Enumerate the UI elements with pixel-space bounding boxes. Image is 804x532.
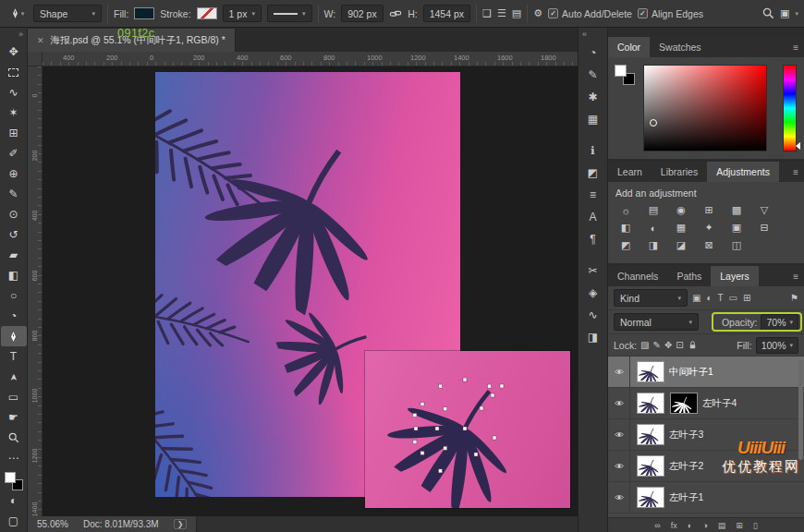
panel-properties-icon[interactable]: ◩ <box>581 162 605 184</box>
new-adjustment-icon[interactable]: ◑ <box>702 521 707 530</box>
panel-info-icon[interactable]: ℹ <box>581 139 605 162</box>
panel-symmetry-icon[interactable]: ✱ <box>581 86 605 108</box>
layer-style-fx-button[interactable]: fx <box>671 521 677 530</box>
adjustment-exposure-icon[interactable]: ⊞ <box>699 203 719 217</box>
tool-marquee[interactable] <box>1 62 27 82</box>
tab-layers[interactable]: Layers <box>711 266 759 286</box>
adjustment-hue-icon[interactable]: ▽ <box>754 203 774 217</box>
kind-filter-select[interactable]: Kind ▾ <box>614 289 688 307</box>
layer-thumbnail[interactable] <box>637 487 664 508</box>
tab-swatches[interactable]: Swatches <box>650 37 711 57</box>
tool-move[interactable]: ✥ <box>1 42 27 62</box>
fg-bg-color-widget[interactable] <box>615 65 635 85</box>
path-arrangement-icon[interactable]: ▤ <box>512 7 521 19</box>
layer-thumbnail[interactable] <box>637 393 664 414</box>
adjustment-color-lookup-icon[interactable]: ▣ <box>726 221 747 235</box>
adjustment-invert-icon[interactable]: ⊟ <box>754 221 774 235</box>
tool-blur[interactable]: ○ <box>1 285 27 306</box>
screen-mode-button[interactable]: ▢ <box>1 511 27 531</box>
panel-menu-icon[interactable]: ≡ <box>793 37 804 57</box>
filter-type-icon[interactable]: T <box>717 293 725 303</box>
delete-layer-icon[interactable]: ▯ <box>753 521 758 530</box>
panel-libraries-icon[interactable]: ∿ <box>581 304 605 326</box>
visibility-toggle[interactable] <box>608 388 630 418</box>
edit-toolbar-button[interactable]: ⋯ <box>1 448 27 468</box>
panel-comments-icon[interactable]: ◨ <box>581 326 605 348</box>
pasteboard[interactable] <box>43 66 578 516</box>
adjustment-black-white-icon[interactable]: ◐ <box>643 221 664 235</box>
hue-slider[interactable] <box>783 65 797 151</box>
new-layer-icon[interactable]: ⊞ <box>736 521 743 530</box>
tool-clone-stamp[interactable]: ⊙ <box>1 204 27 224</box>
stroke-type-select[interactable]: ▾ <box>267 5 312 22</box>
tool-path-select[interactable]: ➤ <box>1 367 27 387</box>
adjustment-color-balance-icon[interactable]: ◧ <box>615 221 636 235</box>
foreground-background-swatches[interactable] <box>5 472 23 490</box>
layer-row[interactable]: 左叶子4 <box>608 388 804 419</box>
expand-panels-icon[interactable]: « <box>579 30 587 42</box>
tab-libraries[interactable]: Libraries <box>652 162 707 182</box>
tool-brush[interactable]: ✎ <box>1 184 27 204</box>
adjustment-levels-icon[interactable]: ▤ <box>643 203 664 217</box>
align-edges-option[interactable]: ✓ Align Edges <box>638 8 703 19</box>
tool-eyedropper[interactable]: ✐ <box>1 143 27 163</box>
filter-shape-icon[interactable]: ▭ <box>728 293 738 303</box>
panel-character-icon[interactable]: A <box>581 206 605 228</box>
visibility-toggle[interactable] <box>608 482 630 513</box>
tool-crop[interactable]: ⊞ <box>1 123 27 143</box>
panel-history-icon[interactable]: ◔ <box>581 42 605 64</box>
tab-adjustments[interactable]: Adjustments <box>707 162 779 182</box>
tool-pen-active[interactable] <box>1 326 27 346</box>
tab-learn[interactable]: Learn <box>608 162 652 182</box>
active-tool-badge[interactable]: ▾ <box>6 4 28 24</box>
fill-input[interactable]: 100% ▾ <box>756 337 798 354</box>
layer-thumbnail[interactable] <box>637 424 664 445</box>
panel-actions-icon[interactable]: ≡ <box>581 184 605 206</box>
adjustment-brightness-icon[interactable]: ☼ <box>615 203 636 217</box>
adjustment-extra-icon[interactable]: ◫ <box>726 238 747 252</box>
close-tab-icon[interactable]: ✕ <box>37 36 44 45</box>
filter-pixel-icon[interactable]: ▣ <box>691 293 701 303</box>
collapse-toolbox-icon[interactable]: » <box>18 30 27 42</box>
tool-lasso[interactable]: ∿ <box>1 82 27 103</box>
lock-position-icon[interactable]: ✥ <box>664 340 672 350</box>
tool-mode-select[interactable]: Shape ▾ <box>33 5 102 22</box>
panel-paragraph-icon[interactable]: ¶ <box>581 228 605 250</box>
tool-eraser[interactable]: ▰ <box>1 245 27 265</box>
panel-brush-settings-icon[interactable]: ✎ <box>581 64 605 86</box>
panel-menu-icon[interactable]: ≡ <box>793 266 804 286</box>
adjustment-channel-mixer-icon[interactable]: ✦ <box>699 221 719 235</box>
panel-menu-icon[interactable]: ≡ <box>793 162 804 182</box>
opacity-input[interactable]: 70% ▾ <box>761 314 798 331</box>
lock-artboard-icon[interactable]: ⊡ <box>676 340 683 350</box>
visibility-toggle[interactable] <box>608 451 630 481</box>
layers-scrollbar[interactable] <box>798 360 803 460</box>
layer-thumbnail[interactable] <box>637 455 664 477</box>
layer-thumbnail[interactable] <box>637 361 664 382</box>
tool-hand[interactable]: ☛ <box>1 407 27 428</box>
filter-toggle-flag-icon[interactable]: ⚑ <box>790 293 798 303</box>
adjustment-gradient-map-icon[interactable]: ◪ <box>671 238 691 252</box>
gear-icon[interactable]: ⚙ <box>533 7 542 19</box>
tab-color[interactable]: Color <box>608 37 650 57</box>
tool-type[interactable]: T <box>1 346 27 367</box>
adjustment-posterize-icon[interactable]: ◩ <box>615 238 636 252</box>
path-operations-icon[interactable]: ❑ <box>482 7 492 19</box>
tool-shape[interactable]: ▭ <box>1 387 27 407</box>
stroke-width-select[interactable]: 1 px ▾ <box>223 5 262 22</box>
layer-mask-thumbnail[interactable] <box>670 393 698 414</box>
adjustment-threshold-icon[interactable]: ◨ <box>643 238 664 252</box>
lock-transparency-icon[interactable]: ▨ <box>640 340 649 350</box>
tool-healing[interactable]: ⊕ <box>1 163 27 184</box>
new-group-icon[interactable]: ▤ <box>718 521 726 530</box>
adjustment-photo-filter-icon[interactable]: ▦ <box>671 221 691 235</box>
tool-history-brush[interactable]: ↺ <box>1 224 27 245</box>
adjustment-curves-icon[interactable]: ◉ <box>671 203 691 217</box>
tab-paths[interactable]: Paths <box>667 266 711 286</box>
auto-add-delete-option[interactable]: ✓ Auto Add/Delete <box>548 8 632 19</box>
tool-dodge[interactable]: ◔ <box>1 306 27 326</box>
search-icon[interactable] <box>762 7 774 19</box>
lock-image-icon[interactable]: ✎ <box>653 340 661 350</box>
layer-row[interactable]: 中间叶子1 <box>608 357 804 388</box>
path-alignment-icon[interactable]: ☰ <box>497 7 506 19</box>
